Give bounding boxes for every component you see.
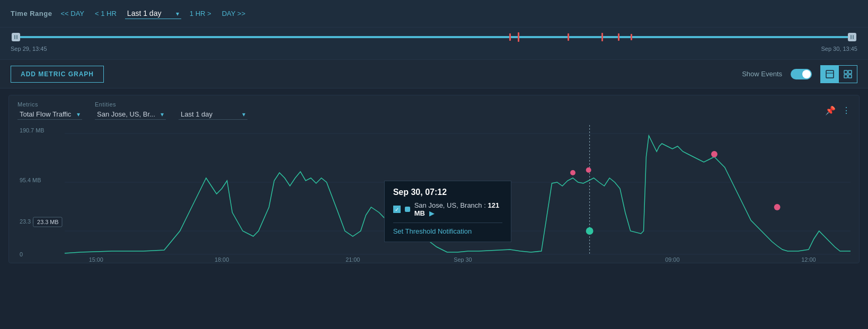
- y-axis-label-mid: 95.4 MB: [20, 177, 41, 183]
- slider-event-4: [601, 33, 603, 41]
- svg-rect-4: [844, 75, 847, 78]
- chart-time-select[interactable]: Last 1 day: [179, 109, 247, 120]
- handle-line: [853, 35, 854, 39]
- time-range-label: Time Range: [11, 10, 52, 17]
- chart-container: .axis-text { fill: #6a8a9a; font-size: 1…: [17, 125, 851, 263]
- anomaly-dot-3: [711, 151, 718, 157]
- slider-handle-right[interactable]: [848, 33, 856, 41]
- entities-group: Entities San Jose, US, Br...: [95, 101, 166, 120]
- slider-event-1: [509, 33, 511, 41]
- anomaly-dot-2: [586, 167, 591, 173]
- show-events-toggle[interactable]: [791, 69, 812, 79]
- toolbar: ADD METRIC GRAPH Show Events: [0, 60, 868, 88]
- handle-line: [16, 35, 17, 39]
- slider-left-label: Sep 29, 13:45: [11, 46, 47, 52]
- slider-handle-left[interactable]: [12, 33, 20, 41]
- show-events-label: Show Events: [742, 70, 782, 78]
- next-hr-btn[interactable]: 1 HR >: [188, 8, 214, 19]
- entities-select-wrapper: San Jose, US, Br...: [95, 109, 166, 120]
- slider-section: Sep 29, 13:45 Sep 30, 13:45: [0, 28, 868, 60]
- metrics-select[interactable]: Total Flow Traffic: [17, 109, 82, 120]
- metrics-label: Metrics: [17, 101, 82, 108]
- svg-rect-2: [844, 70, 847, 74]
- more-icon[interactable]: ⋮: [842, 105, 851, 115]
- chart-time-select-wrapper: Last 1 day: [179, 109, 247, 120]
- x-axis-2100: 21:00: [346, 256, 360, 263]
- handle-line: [14, 35, 15, 39]
- next-day-btn[interactable]: DAY >>: [220, 8, 247, 19]
- x-axis-1200: 12:00: [801, 256, 816, 263]
- tooltip-divider: [393, 223, 502, 223]
- time-range-select[interactable]: Last 1 day Last 6 hours Last 1 hour Last…: [125, 8, 181, 19]
- cursor-dot: [586, 227, 594, 235]
- view-toggle-buttons: [820, 65, 857, 83]
- toggle-thumb: [802, 70, 811, 78]
- slider-labels: Sep 29, 13:45 Sep 30, 13:45: [11, 46, 857, 52]
- x-axis-0900: 09:00: [665, 256, 679, 263]
- slider-event-6: [631, 34, 632, 40]
- chart-header-right: 📌 ⋮: [825, 105, 851, 115]
- toolbar-right: Show Events: [742, 65, 857, 83]
- x-axis-sep30: Sep 30: [454, 256, 472, 263]
- anomaly-dot-1: [570, 170, 575, 175]
- y-axis-label-top: 190.7 MB: [20, 127, 44, 134]
- tooltip-checkbox[interactable]: ✓: [393, 206, 401, 213]
- slider-event-2: [518, 32, 519, 42]
- svg-text:23.3 MB: 23.3 MB: [37, 219, 58, 225]
- y-axis-label-zero: 0: [20, 251, 23, 257]
- metrics-select-wrapper: Total Flow Traffic: [17, 109, 82, 120]
- slider-track-container[interactable]: [16, 32, 852, 42]
- metrics-group: Metrics Total Flow Traffic: [17, 101, 82, 120]
- slider-event-5: [618, 33, 619, 41]
- prev-hr-btn[interactable]: < 1 HR: [93, 8, 119, 19]
- grid-view-button[interactable]: [839, 66, 857, 83]
- chart-header: Metrics Total Flow Traffic Entities San …: [17, 101, 851, 120]
- tooltip: Sep 30, 07:12 ✓ San Jose, US, Branch : 1…: [384, 181, 511, 242]
- entities-select[interactable]: San Jose, US, Br...: [95, 109, 166, 120]
- tooltip-time: Sep 30, 07:12: [393, 188, 502, 197]
- add-metric-button[interactable]: ADD METRIC GRAPH: [11, 66, 104, 83]
- pin-icon[interactable]: 📌: [825, 105, 836, 115]
- single-view-button[interactable]: [821, 66, 839, 83]
- svg-rect-5: [848, 75, 852, 78]
- tooltip-expand-arrow[interactable]: ▶: [429, 209, 435, 217]
- prev-day-btn[interactable]: << DAY: [58, 8, 86, 19]
- tooltip-entity: San Jose, US, Branch : 121 MB ▶: [414, 201, 502, 217]
- svg-rect-0: [826, 70, 834, 78]
- svg-rect-3: [848, 70, 852, 74]
- time-range-select-wrapper: Last 1 day Last 6 hours Last 1 hour Last…: [125, 8, 181, 19]
- entities-label: Entities: [95, 101, 166, 108]
- slider-right-label: Sep 30, 13:45: [821, 46, 857, 52]
- x-axis-1500: 15:00: [89, 256, 103, 263]
- tooltip-color-dot: [405, 207, 410, 212]
- top-bar: Time Range << DAY < 1 HR Last 1 day Last…: [0, 0, 868, 28]
- tooltip-threshold[interactable]: Set Threshold Notification: [393, 227, 502, 235]
- slider-track: [16, 36, 852, 38]
- x-axis-1800: 18:00: [215, 256, 229, 263]
- tooltip-row: ✓ San Jose, US, Branch : 121 MB ▶: [393, 201, 502, 217]
- handle-line: [851, 35, 852, 39]
- slider-event-3: [568, 33, 569, 41]
- anomaly-dot-4: [774, 204, 781, 210]
- chart-panel: Metrics Total Flow Traffic Entities San …: [8, 95, 860, 263]
